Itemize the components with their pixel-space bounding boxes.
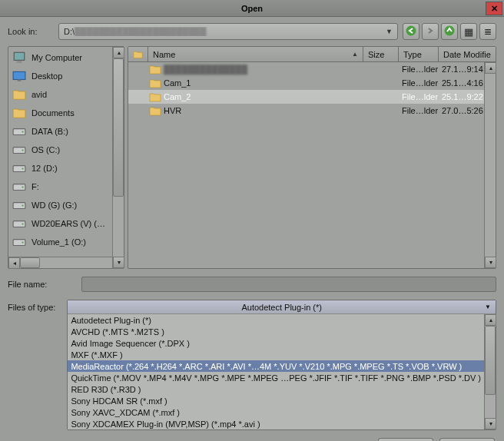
nav-forward-button[interactable]	[422, 23, 439, 40]
filetype-dropdown-list: Autodetect Plug-in (*)AVCHD (*.MTS *.M2T…	[68, 314, 496, 429]
titlebar: Open ✕	[0, 0, 504, 17]
drive-opt-icon	[12, 180, 27, 194]
computer-icon	[12, 51, 27, 65]
cancel-button[interactable]: Cancel	[439, 438, 495, 441]
place-label: F:	[32, 182, 39, 191]
filetype-scrollbar[interactable]: ▴ ▾	[484, 314, 496, 429]
filetype-option[interactable]: AVCHD (*.MTS *.M2TS )	[68, 326, 484, 337]
place-item[interactable]: My Computer	[8, 48, 124, 67]
filetype-option[interactable]: MXF (*.MXF )	[68, 349, 484, 360]
view-list-button[interactable]: ≣	[479, 23, 496, 40]
desktop-icon	[12, 69, 27, 83]
scroll-up-icon[interactable]: ▴	[485, 314, 496, 326]
folder-icon	[148, 65, 162, 75]
folder-icon	[12, 88, 27, 101]
file-list-header: Name▲ Size Type Date Modifie	[128, 47, 496, 62]
scroll-down-icon[interactable]: ▾	[485, 257, 496, 268]
file-row[interactable]: HVRFile…lder27.0…5:26	[128, 104, 496, 118]
column-type[interactable]: Type	[399, 47, 439, 61]
place-item[interactable]: Volume_1 (O:)	[8, 233, 124, 251]
file-row[interactable]: Cam_1File…lder25.1…4:16	[128, 76, 496, 90]
drive-win-icon	[12, 143, 27, 157]
arrow-forward-icon	[425, 25, 436, 38]
place-item[interactable]: OS (C:)	[8, 141, 124, 159]
places-scrollbar-v[interactable]: ▴ ▾	[112, 47, 124, 268]
filetype-option[interactable]: RED R3D (*.R3D )	[68, 383, 484, 395]
list-icon: ≣	[484, 26, 492, 37]
filetype-selected[interactable]: Autodetect Plug-in (*) ▼	[68, 300, 496, 314]
place-label: WD (G) (G:)	[32, 201, 77, 210]
folder-icon	[148, 78, 162, 88]
file-name: Cam_1	[162, 78, 363, 88]
filetype-option[interactable]: Sony XAVC_XDCAM (*.mxf )	[68, 406, 484, 418]
window-title: Open	[0, 4, 504, 13]
filename-label: File name:	[8, 277, 77, 289]
drive-icon	[12, 161, 27, 175]
nav-back-button[interactable]	[403, 23, 419, 40]
filetype-combo[interactable]: Autodetect Plug-in (*) ▼ Autodetect Plug…	[67, 300, 496, 430]
filetype-option[interactable]: MediaReactor (*.264 *.H264 *.ARC *.ARI *…	[68, 360, 484, 372]
place-item[interactable]: avid	[8, 85, 124, 104]
drive-icon	[12, 217, 27, 230]
nav-up-button[interactable]	[441, 23, 458, 40]
file-name: HVR	[162, 106, 363, 115]
new-folder-icon	[133, 49, 143, 60]
arrow-up-icon	[444, 25, 455, 38]
place-item[interactable]: WD (G) (G:)	[8, 196, 124, 214]
folder-icon	[148, 92, 162, 102]
column-name[interactable]: Name▲	[148, 47, 363, 61]
file-type: File…lder	[399, 65, 439, 74]
lookin-combo[interactable]: D:\██████████████████████ ▼	[58, 23, 398, 40]
place-item[interactable]: DATA (B:)	[8, 122, 124, 141]
scroll-down-icon[interactable]: ▾	[113, 257, 124, 268]
close-icon: ✕	[491, 4, 498, 14]
folder-icon	[12, 106, 27, 120]
scroll-left-icon[interactable]: ◂	[8, 257, 20, 269]
place-item[interactable]: 12 (D:)	[8, 159, 124, 177]
lookin-path: D:\██████████████████████	[64, 27, 386, 36]
filetype-option[interactable]: QuickTime (*.MOV *.MP4 *.M4V *.MPG *.MPE…	[68, 372, 484, 383]
view-grid-button[interactable]: ▦	[460, 23, 477, 40]
file-type: File…lder	[399, 106, 439, 115]
filetype-option[interactable]: Autodetect Plug-in (*)	[68, 314, 484, 326]
sort-asc-icon: ▲	[352, 51, 358, 58]
column-new[interactable]	[128, 47, 148, 61]
column-size[interactable]: Size	[363, 47, 399, 61]
filename-input[interactable]	[81, 277, 496, 292]
folder-icon	[148, 106, 162, 116]
file-row[interactable]: Cam_2File…lder25.1…9:22	[128, 90, 496, 104]
file-type: File…lder	[399, 78, 439, 88]
place-label: Volume_1 (O:)	[32, 237, 86, 247]
place-item[interactable]: WD20EARS (V) (…	[8, 214, 124, 233]
close-button[interactable]: ✕	[486, 2, 502, 15]
places-pane: My ComputerDesktopavidDocumentsDATA (B:)…	[8, 46, 124, 269]
places-scrollbar-h[interactable]: ◂ ▸	[8, 257, 124, 268]
place-label: OS (C:)	[32, 145, 60, 154]
lookin-label: Look in:	[8, 27, 54, 36]
place-item[interactable]: Documents	[8, 104, 124, 122]
column-date[interactable]: Date Modifie	[439, 47, 496, 61]
scroll-up-icon[interactable]: ▴	[113, 47, 124, 58]
file-scrollbar-v[interactable]: ▴ ▾	[484, 62, 496, 268]
drive-icon	[12, 198, 27, 212]
chevron-down-icon: ▼	[485, 303, 491, 310]
file-name: ██████████████	[162, 65, 363, 74]
filetype-option[interactable]: Avid Image Sequencer (*.DPX )	[68, 337, 484, 349]
arrow-back-icon	[406, 25, 416, 38]
filetype-option[interactable]: Sony HDCAM SR (*.mxf )	[68, 395, 484, 406]
open-button[interactable]: Open	[378, 438, 433, 441]
place-label: WD20EARS (V) (…	[32, 219, 105, 228]
filetype-option[interactable]: Sony XDCAMEX Plug-in (MVP,MSP) (*.mp4 *.…	[68, 418, 484, 429]
drive-net-icon	[12, 235, 27, 249]
file-type: File…lder	[399, 92, 439, 101]
place-label: avid	[32, 90, 47, 99]
file-name: Cam_2	[162, 92, 363, 101]
file-row[interactable]: ██████████████File…lder27.1…9:14	[128, 62, 496, 76]
place-label: My Computer	[32, 53, 82, 62]
place-item[interactable]: F:	[8, 177, 124, 196]
place-item[interactable]: Desktop	[8, 67, 124, 85]
scroll-up-icon[interactable]: ▴	[485, 62, 496, 74]
scroll-down-icon[interactable]: ▾	[485, 418, 496, 429]
place-label: 12 (D:)	[32, 164, 58, 173]
place-label: Desktop	[32, 71, 62, 81]
